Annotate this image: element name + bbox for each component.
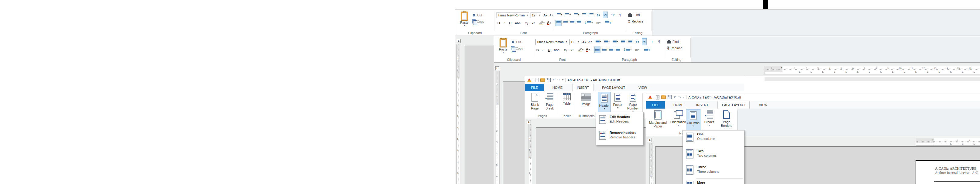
open-folder-icon[interactable] (540, 78, 545, 82)
font-name-combo[interactable]: Times New Roman ▾ (535, 39, 568, 45)
menu-item-two-columns[interactable]: Two Two columns (683, 149, 744, 163)
window4-tab-insert[interactable]: INSERT (692, 101, 713, 109)
font-color-button[interactable]: A ▾ (546, 20, 552, 26)
align-right-button[interactable] (570, 20, 575, 26)
italic-button[interactable]: I (503, 20, 505, 26)
numbered-list-button[interactable]: ▾ (603, 39, 610, 45)
window4-tab-view[interactable]: VIEW (754, 101, 772, 109)
font-name-combo[interactable]: Times New Roman ▾ (496, 12, 529, 18)
numbered-list-button[interactable]: ▾ (565, 12, 571, 18)
window2-page[interactable] (503, 82, 525, 184)
window2-horizontal-ruler[interactable]: 1▸→1L2L3L4L5L6L7L8L9L10L11L12L13L14L15L1… (765, 66, 980, 75)
margins-and-paper-button[interactable]: Margins and Paper (649, 109, 667, 134)
window4-titlebar[interactable]: ↶ ↷ ▾ ArCADia-TEXT - ArCADiaTEXT0.rtf (646, 93, 980, 101)
quick-access-caret-icon[interactable]: ▾ (683, 96, 684, 99)
menu-item-three-columns[interactable]: Three Three columns (683, 165, 744, 179)
line-spacing-button[interactable]: ⇕▾ (584, 20, 593, 26)
redo-icon[interactable]: ↷ (678, 96, 681, 99)
decrease-indent-button[interactable] (628, 39, 633, 45)
new-document-icon[interactable] (656, 95, 659, 99)
grow-font-button[interactable]: A▴ (543, 13, 548, 18)
align-center-button[interactable] (602, 47, 607, 52)
window4-horizontal-ruler[interactable]: 1▸→1L2L3L4L5L6L7L8L9L10L11L12L13L14L15L1… (916, 138, 980, 146)
paste-button[interactable]: Paste ▾ (497, 38, 509, 58)
table-button[interactable]: Table (560, 91, 574, 117)
paragraph-spacing-button[interactable]: ¶ (644, 47, 651, 52)
window4-tab-stop-selector[interactable]: L (648, 138, 652, 142)
window3-titlebar[interactable]: ↶ ↷ ▾ ArCADia-TEXT - ArCADiaTEXT0.rtf (525, 76, 745, 84)
window4-tab-file[interactable]: FILE (646, 101, 665, 109)
underline-button[interactable]: U (508, 20, 512, 26)
quick-access-caret-icon[interactable]: ▾ (562, 79, 563, 81)
menu-item-one-column[interactable]: One One column (683, 132, 744, 147)
subscript-button[interactable]: x₂ (525, 20, 529, 26)
align-right-button[interactable] (608, 47, 614, 52)
highlight-color-button[interactable]: ▾ (578, 47, 584, 53)
window2-vertical-ruler[interactable]: 21↓12345678 (496, 70, 500, 184)
save-icon[interactable] (547, 78, 550, 82)
subscript-button[interactable]: x₂ (563, 47, 568, 53)
align-center-button[interactable] (563, 20, 568, 26)
window3-tab-view[interactable]: VIEW (634, 84, 651, 91)
window1-page[interactable] (465, 46, 494, 184)
quotes-button[interactable]: ʺTʺ (611, 12, 616, 18)
italic-button[interactable]: I (542, 47, 544, 53)
increase-indent-button[interactable] (582, 12, 587, 18)
increase-indent-button[interactable] (620, 39, 626, 45)
font-size-combo[interactable]: 12 ▾ (570, 39, 580, 45)
rtl-paragraph-button[interactable]: ▸¶ (642, 38, 647, 45)
superscript-button[interactable]: x² (570, 47, 574, 53)
ltr-paragraph-button[interactable]: ¶◂ (635, 39, 640, 45)
window4-document-page[interactable]: ArCADia-ARCHITECTURE Author: Internal Li… (916, 160, 980, 184)
replace-button[interactable]: ABAC Replace (667, 46, 682, 50)
paste-button[interactable]: Paste ▾ (458, 11, 470, 32)
window3-tab-file[interactable]: FILE (525, 84, 544, 91)
image-button[interactable]: Image (577, 91, 596, 117)
window4-tab-page-layout[interactable]: PAGE LAYOUT (718, 101, 750, 109)
copy-button[interactable]: Copy (472, 19, 484, 23)
borders-button[interactable]: ⊞▾ (596, 20, 601, 26)
find-button[interactable]: Find (667, 40, 679, 43)
menu-item-more-columns[interactable]: More (683, 180, 744, 184)
replace-button[interactable]: ABAC Replace (628, 19, 643, 23)
font-color-button[interactable]: A ▾ (585, 47, 590, 53)
quotes-button[interactable]: ʺTʺ (650, 39, 655, 45)
ltr-paragraph-button[interactable]: ¶◂ (596, 12, 600, 18)
cut-button[interactable]: Cut (472, 13, 482, 17)
font-size-combo[interactable]: 12 ▾ (531, 12, 541, 18)
window3-tab-home[interactable]: HOME (548, 84, 567, 91)
justify-button[interactable] (615, 47, 620, 52)
borders-button[interactable]: ⊞▾ (635, 47, 640, 52)
page-break-button[interactable]: ▸ Page Break (543, 91, 557, 117)
menu-item-edit-headers[interactable]: Edit Headers Edit Headers (596, 115, 643, 128)
redo-icon[interactable]: ↷ (557, 78, 560, 82)
rtl-paragraph-button[interactable]: ▸¶ (603, 11, 608, 18)
show-marks-button[interactable]: ¶ (619, 12, 622, 18)
open-folder-icon[interactable] (661, 96, 666, 99)
multilevel-list-button[interactable]: ▾ (573, 12, 580, 18)
line-spacing-button[interactable]: ⇕▾ (622, 47, 632, 52)
cut-button[interactable]: Cut (511, 40, 521, 44)
window1-vertical-ruler[interactable]: 21↓12345678 (457, 45, 460, 184)
show-marks-button[interactable]: ¶ (658, 39, 661, 45)
highlight-color-button[interactable]: ▾ (538, 20, 545, 26)
window3-tab-page-layout[interactable]: PAGE LAYOUT (598, 84, 629, 91)
window4-tab-home[interactable]: HOME (669, 101, 688, 109)
strikethrough-button[interactable]: abe (514, 20, 521, 26)
window2-tab-stop-selector[interactable]: L (495, 66, 499, 70)
copy-button[interactable]: Copy (511, 46, 523, 50)
align-left-button[interactable] (555, 20, 562, 26)
window1-tab-stop-selector[interactable]: L (457, 39, 461, 43)
undo-icon[interactable]: ↶ (552, 78, 555, 82)
grow-font-button[interactable]: A▴ (582, 39, 587, 45)
align-left-button[interactable] (594, 46, 600, 53)
strikethrough-button[interactable]: abe (554, 47, 560, 53)
undo-icon[interactable]: ↶ (673, 96, 676, 99)
bold-button[interactable]: B (497, 20, 501, 26)
window3-vertical-ruler[interactable]: 21↓12345678 (528, 125, 532, 184)
superscript-button[interactable]: x² (531, 20, 535, 26)
blank-page-button[interactable]: Blank Page (528, 91, 541, 117)
multilevel-list-button[interactable]: ▾ (612, 39, 619, 45)
find-button[interactable]: Find (628, 13, 640, 17)
menu-item-remove-headers[interactable]: × Remove headers Remove headers (596, 130, 643, 144)
